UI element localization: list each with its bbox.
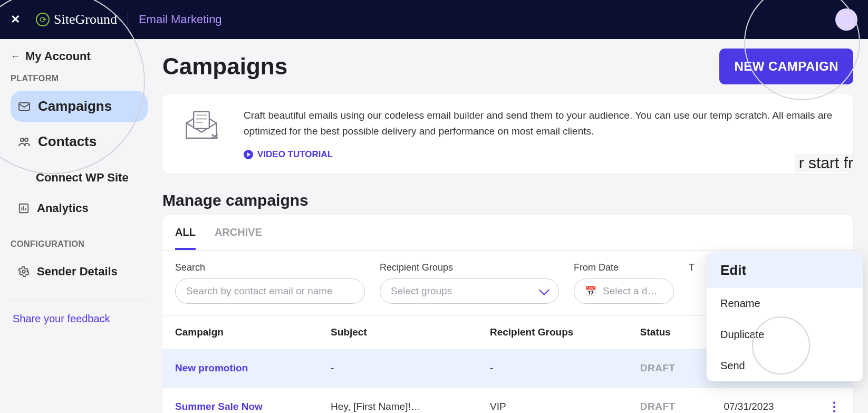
cell-groups: VIP [477, 387, 628, 413]
to-date-label: T [689, 262, 695, 273]
sidebar-item-connect-wp[interactable]: Connect WP Site [11, 162, 148, 193]
col-subject: Subject [318, 315, 477, 349]
svg-rect-5 [194, 112, 209, 129]
campaign-link[interactable]: Summer Sale Now [175, 401, 263, 412]
cell-groups: - [477, 349, 628, 387]
feedback-link[interactable]: Share your feedback [11, 313, 148, 325]
sidebar-item-contacts[interactable]: Contacts [11, 126, 148, 157]
sidebar-item-campaigns[interactable]: Campaigns [11, 91, 148, 122]
kebab-icon: ⋮ [828, 399, 841, 413]
tab-archive[interactable]: ARCHIVE [215, 215, 262, 250]
search-label: Search [175, 262, 365, 273]
contacts-icon [18, 136, 31, 148]
topbar: ✕ ⟳ SiteGround Email Marketing [0, 0, 868, 39]
divider [128, 12, 128, 27]
cell-subject: - [318, 349, 477, 387]
play-icon [244, 150, 253, 159]
divider [11, 300, 148, 300]
section-configuration: CONFIGURATION [11, 239, 148, 249]
groups-placeholder: Select groups [391, 285, 452, 297]
back-label: My Account [25, 50, 91, 63]
search-input[interactable] [175, 278, 365, 304]
info-card: Craft beautiful emails using our codeles… [162, 94, 853, 174]
calendar-icon: 📅 [585, 285, 596, 297]
app-name: Email Marketing [139, 13, 222, 26]
analytics-icon [18, 203, 30, 214]
col-status: Status [628, 315, 711, 349]
campaign-link[interactable]: New promotion [175, 362, 248, 373]
cell-subject: Hey, [First Name]!… [318, 387, 477, 413]
sidebar-item-label: Sender Details [37, 265, 118, 278]
sidebar: ← My Account PLATFORM Campaigns Contacts… [0, 39, 148, 413]
status-badge: DRAFT [640, 362, 676, 373]
info-text: Craft beautiful emails using our codeles… [244, 108, 835, 140]
arrow-left-icon: ← [11, 51, 20, 62]
page-title: Campaigns [162, 53, 287, 80]
sidebar-item-label: Analytics [37, 201, 89, 215]
sidebar-item-analytics[interactable]: Analytics [11, 193, 148, 224]
menu-item-edit[interactable]: Edit [707, 253, 863, 288]
cutoff-text: r start fr [795, 154, 853, 172]
sidebar-item-label: Contacts [38, 133, 97, 150]
col-campaign: Campaign [162, 315, 318, 349]
avatar[interactable] [835, 8, 857, 31]
table-row[interactable]: Summer Sale Now Hey, [First Name]!… VIP … [162, 387, 853, 413]
brand-name: SiteGround [54, 12, 117, 27]
status-badge: DRAFT [640, 401, 676, 412]
groups-select[interactable]: Select groups [380, 278, 559, 304]
col-groups: Recipient Groups [477, 315, 628, 349]
from-date-input[interactable]: 📅 Select a d… [574, 278, 674, 304]
envelope-icon [18, 100, 31, 113]
sidebar-item-label: Campaigns [38, 98, 112, 114]
context-menu: Edit Rename Duplicate Send [707, 253, 863, 381]
new-campaign-button[interactable]: NEW CAMPAIGN [719, 49, 853, 84]
back-link[interactable]: ← My Account [11, 50, 148, 63]
row-menu-button[interactable]: ⋮ [815, 387, 853, 413]
video-tutorial-label: VIDEO TUTORIAL [257, 149, 333, 160]
manage-title: Manage campaigns [162, 191, 853, 209]
cell-date: 07/31/2023 [711, 387, 815, 413]
menu-item-rename[interactable]: Rename [707, 288, 863, 319]
close-icon[interactable]: ✕ [11, 13, 20, 26]
chevron-down-icon [539, 285, 549, 295]
groups-label: Recipient Groups [380, 262, 559, 273]
brand-logo[interactable]: ⟳ SiteGround [36, 12, 117, 27]
logo-icon: ⟳ [36, 13, 50, 26]
sidebar-item-sender-details[interactable]: Sender Details [11, 256, 148, 287]
svg-point-1 [21, 138, 24, 141]
menu-item-duplicate[interactable]: Duplicate [707, 319, 863, 350]
tab-all[interactable]: ALL [175, 215, 196, 250]
section-platform: PLATFORM [11, 74, 148, 83]
svg-point-4 [22, 270, 25, 273]
video-tutorial-link[interactable]: VIDEO TUTORIAL [244, 149, 835, 160]
tabs: ALL ARCHIVE [162, 215, 853, 251]
svg-point-2 [25, 138, 28, 141]
sidebar-item-label: Connect WP Site [36, 171, 129, 185]
menu-item-send[interactable]: Send [707, 350, 863, 381]
envelope-illustration-icon [180, 108, 223, 145]
from-date-placeholder: Select a d… [603, 285, 658, 297]
from-date-label: From Date [574, 262, 674, 273]
content: Campaigns NEW CAMPAIGN Craft beautiful e… [148, 39, 868, 413]
gear-icon [18, 266, 30, 277]
